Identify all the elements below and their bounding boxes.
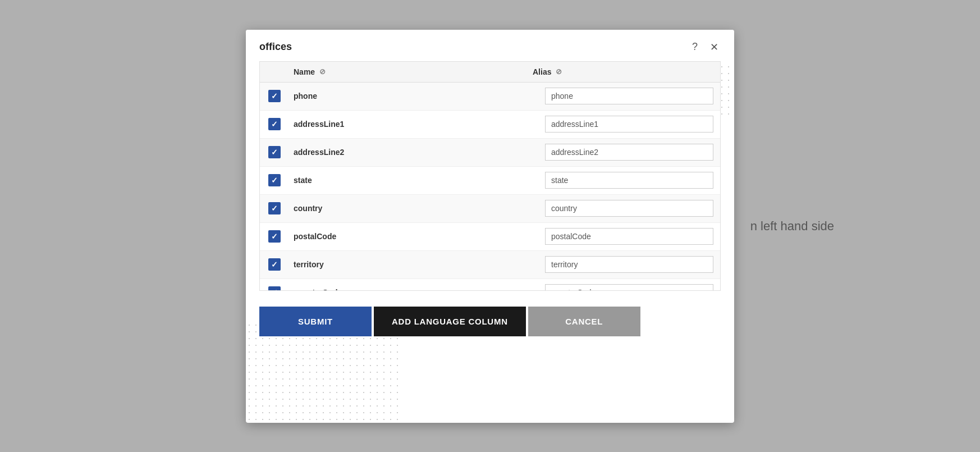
row-check-col: ✓ [260, 174, 289, 186]
row-name-col: territory [289, 260, 541, 269]
alias-col-label: Alias [533, 67, 551, 76]
row-checkbox[interactable]: ✓ [268, 258, 281, 271]
check-mark: ✓ [271, 204, 278, 212]
row-name-text: state [294, 176, 312, 185]
row-name-col: phone [289, 92, 541, 101]
row-checkbox[interactable]: ✓ [268, 174, 281, 186]
row-alias-col [541, 256, 720, 273]
alias-input[interactable] [545, 256, 713, 273]
check-mark: ✓ [271, 120, 278, 128]
row-name-col: countryCode [289, 288, 541, 290]
header-name-col: Name ⊘ [289, 67, 528, 76]
check-mark: ✓ [271, 92, 278, 100]
check-mark: ✓ [271, 148, 278, 156]
row-alias-col [541, 144, 720, 161]
dialog: offices ? ✕ Name ⊘ Alias ⊘ [246, 30, 734, 423]
table-row: ✓ addressLine2 [260, 139, 720, 167]
table-container: Name ⊘ Alias ⊘ ✓ [259, 61, 721, 291]
row-check-col: ✓ [260, 146, 289, 158]
table-row: ✓ country [260, 195, 720, 223]
dialog-footer: SUBMIT ADD LANGUAGE COLUMN CANCEL [246, 291, 734, 353]
header-alias-col: Alias ⊘ [528, 67, 708, 76]
dialog-title: offices [259, 41, 292, 53]
row-alias-col [541, 116, 720, 133]
table-row: ✓ postalCode [260, 223, 720, 251]
alias-input[interactable] [545, 172, 713, 189]
row-name-text: addressLine2 [294, 148, 344, 157]
add-language-column-button[interactable]: ADD LANGUAGE COLUMN [374, 307, 526, 336]
row-name-col: addressLine2 [289, 148, 541, 157]
rows-scroll-container[interactable]: ✓ phone ✓ addressLine1 [260, 83, 720, 290]
row-check-col: ✓ [260, 258, 289, 271]
row-check-col: ✓ [260, 230, 289, 243]
name-col-label: Name [294, 67, 315, 76]
row-name-text: phone [294, 92, 317, 101]
alias-filter-icon[interactable]: ⊘ [556, 67, 562, 76]
alias-input[interactable] [545, 144, 713, 161]
row-alias-col [541, 88, 720, 104]
row-name-text: addressLine1 [294, 120, 344, 129]
row-name-col: state [289, 176, 541, 185]
background-hint-text: n left hand side [750, 219, 834, 234]
close-button[interactable]: ✕ [708, 40, 721, 54]
row-checkbox[interactable]: ✓ [268, 118, 281, 130]
row-name-text: territory [294, 260, 324, 269]
row-checkbox[interactable]: ✓ [268, 202, 281, 214]
row-name-text: postalCode [294, 232, 336, 241]
alias-input[interactable] [545, 228, 713, 245]
row-checkbox[interactable]: ✓ [268, 90, 281, 102]
row-name-col: postalCode [289, 232, 541, 241]
row-alias-col [541, 200, 720, 217]
alias-input[interactable] [545, 284, 713, 290]
table-row: ✓ state [260, 167, 720, 195]
table-row: ✓ addressLine1 [260, 111, 720, 139]
row-alias-col [541, 284, 720, 290]
row-alias-col [541, 172, 720, 189]
alias-input[interactable] [545, 116, 713, 133]
row-check-col: ✓ [260, 202, 289, 214]
check-mark: ✓ [271, 232, 278, 240]
row-check-col: ✓ [260, 118, 289, 130]
row-checkbox[interactable]: ✓ [268, 230, 281, 243]
row-checkbox[interactable]: ✓ [268, 146, 281, 158]
row-name-col: country [289, 204, 541, 213]
row-checkbox[interactable]: ✓ [268, 286, 281, 290]
name-filter-icon[interactable]: ⊘ [319, 67, 326, 76]
row-name-text: country [294, 204, 322, 213]
row-alias-col [541, 228, 720, 245]
check-mark: ✓ [271, 176, 278, 184]
submit-button[interactable]: SUBMIT [259, 307, 372, 336]
check-mark: ✓ [271, 289, 278, 290]
help-button[interactable]: ? [690, 40, 700, 54]
row-name-text: countryCode [294, 288, 342, 290]
cancel-button[interactable]: CANCEL [528, 307, 640, 336]
table-row: ✓ territory [260, 251, 720, 279]
table-row: ✓ phone [260, 83, 720, 111]
row-name-col: addressLine1 [289, 120, 541, 129]
dialog-header-icons: ? ✕ [690, 40, 721, 54]
alias-input[interactable] [545, 200, 713, 217]
dialog-overlay: offices ? ✕ Name ⊘ Alias ⊘ [246, 30, 734, 423]
dialog-header: offices ? ✕ [246, 30, 734, 61]
row-check-col: ✓ [260, 286, 289, 290]
row-check-col: ✓ [260, 90, 289, 102]
alias-input[interactable] [545, 88, 713, 104]
table-header-row: Name ⊘ Alias ⊘ [260, 62, 720, 83]
dialog-content: Name ⊘ Alias ⊘ ✓ [246, 61, 734, 291]
table-row: ✓ countryCode [260, 279, 720, 290]
check-mark: ✓ [271, 261, 278, 268]
